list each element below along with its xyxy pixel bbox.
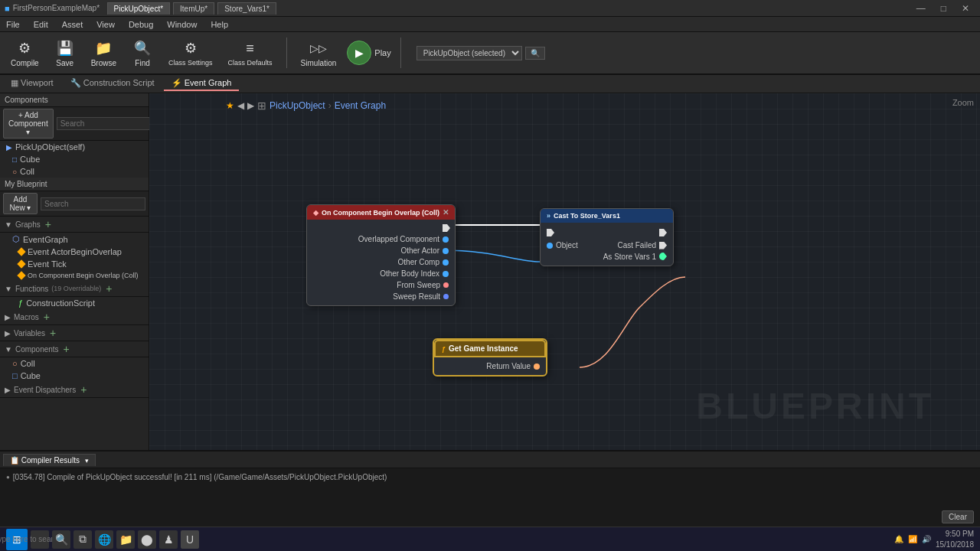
macros-section[interactable]: ▶ Macros +: [0, 309, 149, 325]
event-actor-begin-overlap-label: Event ActorBeginOverlap: [28, 247, 122, 256]
compile-label: Compile: [11, 59, 39, 67]
taskbar-volume[interactable]: 🔊: [922, 535, 931, 543]
add-new-button[interactable]: Add New ▾: [3, 193, 38, 214]
taskbar-search[interactable]: [31, 530, 49, 549]
cast-node-body: Object Cast Failed As Store Vars 1: [541, 223, 673, 266]
find-button[interactable]: 🔍 Find: [127, 36, 158, 70]
coll-component-item[interactable]: ○ Coll: [0, 357, 149, 370]
compile-icon: ⚙: [15, 39, 34, 57]
cast-header-icon: »: [547, 212, 550, 220]
sidebar-self[interactable]: ▶ PickUpObject(self): [0, 141, 149, 153]
taskbar-left: ⊞ 🔍 ⧉ 🌐 📁 ⬤ ♟ U: [6, 529, 199, 550]
components-header[interactable]: Components: [0, 93, 149, 107]
taskbar-explorer[interactable]: 📁: [116, 530, 135, 549]
event-graph-item-label: EventGraph: [23, 235, 68, 244]
menu-edit[interactable]: Edit: [31, 20, 51, 29]
window-maximize[interactable]: □: [935, 3, 952, 14]
taskbar-cortana[interactable]: 🔍: [52, 530, 70, 549]
blueprint-canvas[interactable]: BLUEPRINT ★ ◀ ▶ ⊞ PickUpObject › Event G…: [149, 93, 980, 450]
menu-asset[interactable]: Asset: [59, 20, 87, 29]
browse-button[interactable]: 📁 Browse: [87, 36, 121, 70]
taskbar-notifications[interactable]: 🔔: [894, 535, 903, 543]
add-component-button[interactable]: + Add Component ▾: [3, 109, 54, 139]
save-icon: 💾: [56, 39, 74, 57]
simulation-icon: ▷▷: [309, 39, 328, 57]
graphs-section[interactable]: ▼ Graphs +: [0, 217, 149, 233]
cube-component-icon: □: [12, 371, 18, 380]
event-tick-item[interactable]: Event Tick: [0, 258, 149, 270]
tab-viewport[interactable]: ▦ Viewport: [3, 77, 61, 91]
breadcrumb-pickup[interactable]: PickUpObject: [270, 100, 325, 111]
tab-store-vars1[interactable]: Store_Vars1*: [217, 2, 276, 15]
menu-file[interactable]: File: [3, 20, 23, 29]
cube-component-item[interactable]: □ Cube: [0, 370, 149, 382]
components-sidebar-section[interactable]: ▼ Components +: [0, 341, 149, 357]
overlap-close-icon[interactable]: ✕: [443, 208, 449, 217]
components-search[interactable]: [57, 117, 162, 130]
menu-debug[interactable]: Debug: [126, 20, 156, 29]
play-button[interactable]: ▶: [347, 41, 371, 65]
nav-star[interactable]: ★: [226, 100, 234, 111]
class-defaults-button[interactable]: ≡ Class Defaults: [224, 36, 277, 70]
menu-window[interactable]: Window: [164, 20, 200, 29]
taskbar-task-view[interactable]: ⧉: [74, 530, 92, 549]
window-close[interactable]: ✕: [956, 3, 975, 14]
from-sweep-pin: From Sweep: [307, 279, 455, 291]
sidebar-coll[interactable]: ○ Coll: [0, 165, 149, 178]
functions-toggle: ▼: [5, 285, 12, 293]
variables-add-button[interactable]: +: [48, 327, 57, 339]
nav-forward[interactable]: ▶: [247, 100, 254, 111]
tab-event-graph[interactable]: ⚡ Event Graph: [164, 77, 240, 91]
on-component-begin-overlap-item[interactable]: On Component Begin Overlap (Coll): [0, 270, 149, 281]
taskbar-chrome[interactable]: ⬤: [138, 530, 156, 549]
debug-filter-select[interactable]: PickUpObject (selected): [416, 46, 522, 60]
debug-filter-search[interactable]: 🔍: [525, 47, 545, 60]
object-pin-label: Object: [556, 241, 578, 249]
compiler-results-tab[interactable]: 📋 Compiler Results ▾: [3, 454, 96, 466]
cast-failed-pin: [659, 242, 667, 249]
taskbar-steam[interactable]: ♟: [159, 530, 178, 549]
functions-section[interactable]: ▼ Functions (19 Overridable) +: [0, 281, 149, 297]
blueprint-search[interactable]: [41, 197, 145, 210]
functions-add-button[interactable]: +: [104, 282, 113, 295]
graphs-add-button[interactable]: +: [44, 218, 53, 230]
get-game-instance-node[interactable]: ƒ Get Game Instance Return Value: [433, 338, 547, 377]
sidebar-cube[interactable]: □ Cube: [0, 153, 149, 165]
menu-help[interactable]: Help: [207, 20, 231, 29]
components-sidebar-add-button[interactable]: +: [62, 343, 71, 355]
macros-add-button[interactable]: +: [42, 311, 51, 323]
variables-toggle: ▶: [5, 329, 11, 337]
tab-construction-script[interactable]: 🔧 Construction Script: [63, 77, 162, 91]
taskbar-network[interactable]: 📶: [908, 535, 917, 543]
clear-button[interactable]: Clear: [942, 510, 974, 523]
get-game-instance-title: Get Game Instance: [449, 344, 518, 353]
simulation-button[interactable]: ▷▷ Simulation: [296, 36, 341, 70]
overlap-header-icon: ◆: [313, 209, 318, 217]
compile-button[interactable]: ⚙ Compile: [6, 36, 44, 70]
overlapped-component-pin: Overlapped Component: [307, 233, 455, 245]
titlebar: ■ FirstPersonExampleMap* PickUpObject* I…: [0, 0, 980, 17]
save-button[interactable]: 💾 Save: [50, 36, 80, 70]
breadcrumb-event-graph[interactable]: Event Graph: [335, 100, 386, 111]
tab-pickupobject[interactable]: PickUpObject*: [107, 2, 170, 15]
compiler-tab-icon: 📋: [10, 456, 19, 465]
cast-node[interactable]: » Cast To Store_Vars1 Object Cast Failed: [540, 208, 674, 266]
taskbar-edge[interactable]: 🌐: [95, 530, 113, 549]
class-settings-button[interactable]: ⚙ Class Settings: [164, 36, 217, 70]
event-dispatchers-add-button[interactable]: +: [79, 383, 88, 396]
overlap-node[interactable]: ◆ On Component Begin Overlap (Coll) ✕ Ov…: [306, 204, 456, 306]
tab-itemup[interactable]: ItemUp*: [173, 2, 214, 15]
event-actor-begin-overlap-icon: [17, 247, 25, 256]
taskbar-unreal[interactable]: U: [181, 530, 199, 549]
nav-back[interactable]: ◀: [237, 100, 244, 111]
other-actor-dot: [443, 248, 449, 254]
construction-script-item[interactable]: ƒ ConstructionScript: [0, 297, 149, 309]
self-icon: ▶: [6, 143, 12, 152]
event-dispatchers-section[interactable]: ▶ Event Dispatchers +: [0, 382, 149, 398]
my-blueprint-header[interactable]: My Blueprint: [0, 178, 149, 191]
window-minimize[interactable]: —: [910, 3, 932, 14]
variables-section[interactable]: ▶ Variables +: [0, 325, 149, 341]
event-actor-begin-overlap-item[interactable]: Event ActorBeginOverlap: [0, 246, 149, 258]
event-graph-item[interactable]: ⬡ EventGraph: [0, 233, 149, 246]
menu-view[interactable]: View: [93, 20, 118, 29]
